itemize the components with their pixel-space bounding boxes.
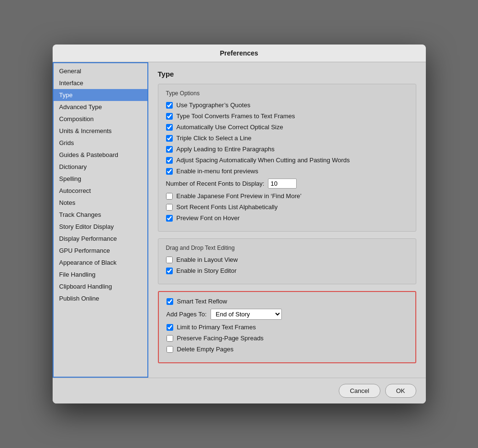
type-checkbox-2[interactable]: [166, 124, 173, 131]
sidebar-item-type[interactable]: Type: [54, 89, 147, 101]
type-checkbox-row-4: Apply Leading to Entire Paragraphs: [166, 146, 408, 153]
smart-reflow-checkbox-2[interactable]: [167, 346, 173, 353]
smart-reflow-checkbox-row-0: Limit to Primary Text Frames: [167, 324, 408, 331]
recent-fonts-input[interactable]: [268, 179, 297, 189]
type-checkbox-row-3: Triple Click to Select a Line: [166, 134, 408, 142]
smart-reflow-checkboxes: Limit to Primary Text FramesPreserve Fac…: [167, 324, 408, 353]
sidebar-item-general[interactable]: General: [54, 65, 147, 77]
dialog-title: Preferences: [53, 45, 426, 62]
smart-text-reflow-checkbox[interactable]: [167, 298, 173, 305]
preferences-dialog: Preferences GeneralInterfaceTypeAdvanced…: [53, 45, 426, 403]
content-area: Type Type Options Use Typographer’s Quot…: [148, 62, 426, 378]
drag-drop-checkbox-row-0: Enable in Layout View: [166, 256, 408, 263]
type-checkbox-label-0: Use Typographer’s Quotes: [177, 101, 251, 109]
smart-reflow-checkbox-0[interactable]: [167, 324, 173, 331]
add-pages-select[interactable]: End of StoryEnd of DocumentEnd of Sectio…: [211, 309, 282, 320]
type-checkbox2-2[interactable]: [166, 215, 173, 222]
type-checkbox2-row-1: Sort Recent Fonts List Alphabetically: [166, 203, 408, 211]
type-checkbox-label-2: Automatically Use Correct Optical Size: [177, 123, 283, 131]
type-options-title: Type Options: [166, 90, 408, 97]
sidebar-item-clipboard-handling[interactable]: Clipboard Handling: [54, 280, 147, 292]
sidebar-item-story-editor-display[interactable]: Story Editor Display: [54, 221, 147, 233]
type-checkbox-row-2: Automatically Use Correct Optical Size: [166, 123, 408, 131]
smart-reflow-checkbox-label-0: Limit to Primary Text Frames: [177, 324, 256, 331]
type-checkbox-label-4: Apply Leading to Entire Paragraphs: [177, 146, 275, 153]
type-checkbox2-label-0: Enable Japanese Font Preview in ‘Find Mo…: [177, 192, 302, 200]
cancel-button[interactable]: Cancel: [339, 384, 380, 398]
sidebar-item-grids[interactable]: Grids: [54, 137, 147, 149]
type-checkbox-0[interactable]: [166, 102, 173, 109]
recent-fonts-label: Number of Recent Fonts to Display:: [166, 180, 265, 187]
drag-drop-checkbox-row-1: Enable in Story Editor: [166, 267, 408, 274]
type-checkbox2-0[interactable]: [166, 193, 173, 200]
smart-reflow-checkbox-row-1: Preserve Facing-Page Spreads: [167, 335, 408, 342]
type-checkbox2-1[interactable]: [166, 204, 173, 211]
type-checkbox2-row-0: Enable Japanese Font Preview in ‘Find Mo…: [166, 192, 408, 200]
type-checkbox-row-0: Use Typographer’s Quotes: [166, 101, 408, 109]
smart-reflow-checkbox-label-1: Preserve Facing-Page Spreads: [177, 335, 264, 342]
type-checkboxes-group2: Enable Japanese Font Preview in ‘Find Mo…: [166, 192, 408, 222]
smart-reflow-checkbox-label-2: Delete Empty Pages: [177, 346, 234, 353]
sidebar-item-autocorrect[interactable]: Autocorrect: [54, 185, 147, 197]
sidebar-item-spelling[interactable]: Spelling: [54, 173, 147, 185]
dialog-footer: Cancel OK: [53, 378, 426, 403]
type-checkbox-label-1: Type Tool Converts Frames to Text Frames: [177, 112, 295, 120]
type-checkbox-row-1: Type Tool Converts Frames to Text Frames: [166, 112, 408, 120]
drag-drop-checkboxes: Enable in Layout ViewEnable in Story Edi…: [166, 256, 408, 274]
type-checkbox-6[interactable]: [166, 168, 173, 175]
recent-fonts-row: Number of Recent Fonts to Display:: [166, 179, 408, 189]
type-checkbox-1[interactable]: [166, 113, 173, 120]
smart-reflow-panel: Smart Text Reflow Add Pages To: End of S…: [158, 291, 416, 363]
smart-text-reflow-label: Smart Text Reflow: [177, 298, 227, 305]
dialog-body: GeneralInterfaceTypeAdvanced TypeComposi…: [53, 62, 426, 378]
type-checkbox-label-6: Enable in-menu font previews: [177, 168, 258, 175]
type-checkboxes-group1: Use Typographer’s QuotesType Tool Conver…: [166, 101, 408, 175]
type-checkbox2-label-2: Preview Font on Hover: [177, 214, 240, 222]
sidebar-item-track-changes[interactable]: Track Changes: [54, 209, 147, 221]
type-checkbox2-row-2: Preview Font on Hover: [166, 214, 408, 222]
sidebar-item-units--increments[interactable]: Units & Increments: [54, 125, 147, 137]
type-options-panel: Type Options Use Typographer’s QuotesTyp…: [158, 84, 416, 232]
drag-drop-checkbox-0[interactable]: [166, 257, 173, 263]
type-checkbox-3[interactable]: [166, 135, 173, 142]
sidebar-item-interface[interactable]: Interface: [54, 77, 147, 89]
drag-drop-checkbox-label-1: Enable in Story Editor: [177, 267, 237, 274]
type-checkbox-label-5: Adjust Spacing Automatically When Cuttin…: [177, 157, 350, 164]
sidebar-item-appearance-of-black[interactable]: Appearance of Black: [54, 257, 147, 269]
type-checkbox2-label-1: Sort Recent Fonts List Alphabetically: [177, 203, 278, 211]
sidebar-item-advanced-type[interactable]: Advanced Type: [54, 101, 147, 113]
type-checkbox-row-5: Adjust Spacing Automatically When Cuttin…: [166, 157, 408, 164]
ok-button[interactable]: OK: [385, 384, 416, 398]
type-checkbox-label-3: Triple Click to Select a Line: [177, 134, 252, 142]
type-checkbox-5[interactable]: [166, 157, 173, 164]
sidebar-item-composition[interactable]: Composition: [54, 113, 147, 125]
sidebar: GeneralInterfaceTypeAdvanced TypeComposi…: [53, 62, 148, 378]
sidebar-item-dictionary[interactable]: Dictionary: [54, 161, 147, 173]
add-pages-row: Add Pages To: End of StoryEnd of Documen…: [167, 309, 408, 320]
sidebar-item-file-handling[interactable]: File Handling: [54, 269, 147, 280]
type-checkbox-4[interactable]: [166, 146, 173, 153]
smart-text-reflow-row: Smart Text Reflow: [167, 298, 408, 305]
add-pages-label: Add Pages To:: [167, 311, 207, 318]
type-checkbox-row-6: Enable in-menu font previews: [166, 168, 408, 175]
sidebar-item-notes[interactable]: Notes: [54, 197, 147, 209]
drag-drop-title: Drag and Drop Text Editing: [166, 245, 408, 251]
sidebar-item-guides--pasteboard[interactable]: Guides & Pasteboard: [54, 149, 147, 161]
drag-drop-checkbox-label-0: Enable in Layout View: [177, 256, 238, 263]
drag-drop-panel: Drag and Drop Text Editing Enable in Lay…: [158, 238, 416, 284]
sidebar-item-display-performance[interactable]: Display Performance: [54, 233, 147, 245]
smart-reflow-checkbox-row-2: Delete Empty Pages: [167, 346, 408, 353]
drag-drop-checkbox-1[interactable]: [166, 268, 173, 274]
section-title: Type: [158, 70, 416, 78]
sidebar-item-publish-online[interactable]: Publish Online: [54, 292, 147, 304]
smart-reflow-checkbox-1[interactable]: [167, 335, 173, 342]
sidebar-item-gpu-performance[interactable]: GPU Performance: [54, 245, 147, 257]
